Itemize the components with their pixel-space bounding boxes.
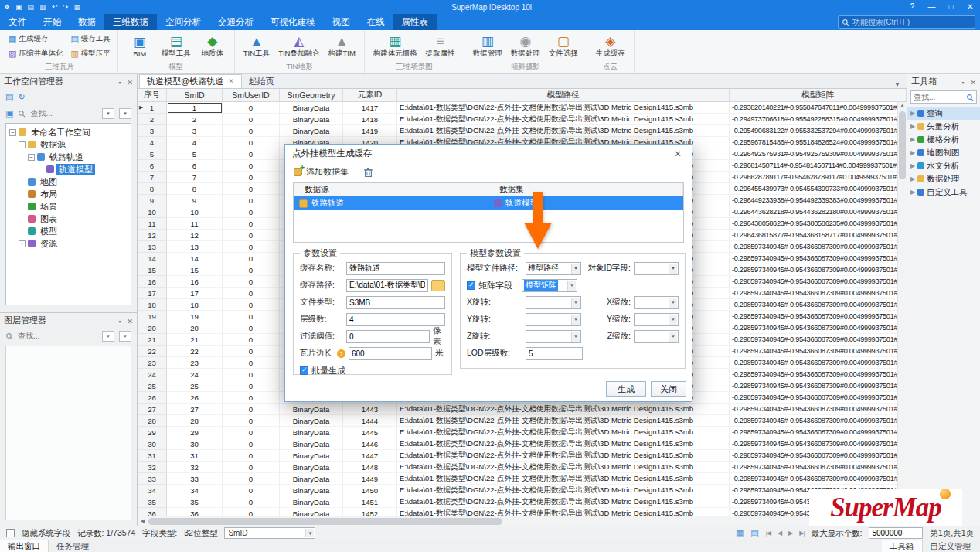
smid-cell[interactable]: 19 <box>167 311 223 322</box>
menu-tab-数据[interactable]: 数据 <box>70 14 104 30</box>
smid-cell[interactable]: 21 <box>167 334 223 346</box>
next-page-button[interactable]: ▶ <box>788 530 792 537</box>
document-tab-起始页[interactable]: 起始页 <box>242 74 281 88</box>
model-matrix-cell[interactable]: -0.298597340945#-0.954366087309#0.004999… <box>730 299 907 311</box>
smid-cell[interactable]: 25 <box>167 380 223 392</box>
row-number-cell[interactable]: 32 <box>138 462 167 473</box>
find-scope-select[interactable]: ▼ <box>102 331 114 342</box>
row-number-cell[interactable]: 16 <box>138 276 167 288</box>
model-matrix-cell[interactable]: -0.296628789117#-0.954628789117#0.004999… <box>730 172 907 183</box>
smgeometry-cell[interactable]: BinaryData <box>280 462 343 473</box>
tile-size-input[interactable] <box>349 347 432 360</box>
row-number-cell[interactable]: 30 <box>138 438 167 450</box>
table-row[interactable]: ▶110BinaryData1417E:\data\01-数据类型\DGN\22… <box>138 102 907 114</box>
element-id-cell[interactable]: 1445 <box>343 427 397 438</box>
menu-tab-视图[interactable]: 视图 <box>324 14 359 30</box>
row-number-cell[interactable]: 17 <box>138 288 167 299</box>
x-rotation-select[interactable]: ▼ <box>526 296 581 309</box>
model-path-cell[interactable]: E:\data\01-数据类型\DGN\22-点外挂-文档使用数据\导出测试\3… <box>397 102 730 114</box>
smid-cell[interactable]: 30 <box>167 438 223 450</box>
ribbon-button-构建体元栅格[interactable]: ▦构建体元栅格 <box>370 33 420 60</box>
z-rotation-select[interactable]: ▼ <box>526 330 581 343</box>
close-tab-icon[interactable]: ✕ <box>228 75 234 88</box>
ribbon-button-模型压平[interactable]: ▥模型压平 <box>69 49 111 59</box>
smid-cell[interactable]: 26 <box>167 392 223 404</box>
group-filter-icon[interactable]: ▣ <box>5 108 13 118</box>
model-matrix-cell[interactable]: -0.296455439973#-0.954554399733#0.004999… <box>730 183 907 195</box>
bottom-tab-输出窗口[interactable]: 输出窗口 <box>0 540 49 552</box>
vscroll-thumb[interactable] <box>899 111 906 179</box>
model-matrix-cell[interactable]: -0.298597340945#-0.954366087309#0.004999… <box>730 462 907 473</box>
form-view-icon[interactable]: ▤ <box>750 528 758 538</box>
close-button[interactable]: 关闭 <box>651 381 686 397</box>
element-id-cell[interactable]: 1451 <box>343 496 397 508</box>
toolbox-item-水文分析[interactable]: ▶水文分析 <box>907 159 980 172</box>
help-button[interactable]: ? <box>903 0 922 14</box>
smid-cell[interactable]: 27 <box>167 404 223 415</box>
model-matrix-cell[interactable]: -0.298597340945#-0.954366087309#0.004999… <box>730 264 907 276</box>
find-scope-select[interactable]: ▼ <box>102 108 114 119</box>
menu-tab-在线[interactable]: 在线 <box>359 14 393 30</box>
row-number-cell[interactable]: 23 <box>138 357 167 369</box>
redo-icon[interactable]: ↷ <box>63 3 69 11</box>
ribbon-button-TIN工具[interactable]: ▲TIN工具 <box>240 33 273 60</box>
smid-cell[interactable]: 31 <box>167 450 223 462</box>
pin-icon[interactable]: ▪ <box>118 79 121 87</box>
model-path-cell[interactable]: E:\data\01-数据类型\DGN\22-点外挂-文档使用数据\导出测试\3… <box>397 462 730 473</box>
ribbon-button-压缩并单体化[interactable]: ▧压缩并单体化 <box>7 49 64 59</box>
table-row[interactable]: 34340BinaryData1450E:\data\01-数据类型\DGN\2… <box>138 485 907 496</box>
smid-cell[interactable]: 22 <box>167 346 223 357</box>
smuserid-cell[interactable]: 0 <box>223 195 280 206</box>
undo-icon[interactable]: ↶ <box>52 3 58 11</box>
smid-cell[interactable]: 17 <box>167 288 223 299</box>
model-path-cell[interactable]: E:\data\01-数据类型\DGN\22-点外挂-文档使用数据\导出测试\3… <box>397 438 730 450</box>
model-matrix-cell[interactable]: -0.298597340945#-0.954366087309#0.004999… <box>730 380 907 392</box>
smuserid-cell[interactable]: 0 <box>223 125 280 137</box>
smid-cell[interactable]: 32 <box>167 462 223 473</box>
find-type-select[interactable]: ▼ <box>119 108 131 119</box>
toolbox-item-矢量分析[interactable]: ▶矢量分析 <box>907 120 980 133</box>
smgeometry-cell[interactable]: BinaryData <box>280 508 343 516</box>
element-id-cell[interactable]: 1443 <box>343 404 397 415</box>
model-matrix-cell[interactable]: -0.296438058623#-0.954380586235#0.004999… <box>730 218 907 230</box>
row-number-cell[interactable]: 12 <box>138 230 167 241</box>
toolbox-item-地图制图[interactable]: ▶地图制图 <box>907 146 980 159</box>
toolbox-item-查询[interactable]: ▶查询 <box>907 107 980 120</box>
model-matrix-cell[interactable]: -0.298597340945#-0.954366087309#0.004999… <box>730 322 907 334</box>
smid-cell[interactable]: 16 <box>167 276 223 288</box>
cache-path-input[interactable] <box>346 279 428 292</box>
element-id-cell[interactable]: 1444 <box>343 415 397 427</box>
grid-view-icon[interactable]: ▦ <box>736 528 744 538</box>
smid-cell[interactable]: 10 <box>167 206 223 218</box>
expand-icon[interactable]: + <box>19 240 26 247</box>
model-matrix-cell[interactable]: -0.298597340945#-0.954366087309#0.004999… <box>730 392 907 404</box>
model-matrix-cell[interactable]: -0.294973706618#-0.955492288315#0.004999… <box>730 114 907 125</box>
row-number-cell[interactable]: 34 <box>138 485 167 496</box>
add-dataset-button[interactable]: 添加数据集 <box>294 166 349 178</box>
smid-cell[interactable]: 14 <box>167 253 223 264</box>
workspace-find-input[interactable] <box>30 107 97 119</box>
z-scale-select[interactable]: ▼ <box>634 330 679 343</box>
function-search-input[interactable] <box>852 18 971 26</box>
smid-cell[interactable]: 28 <box>167 415 223 427</box>
smgeometry-cell[interactable]: BinaryData <box>280 404 343 415</box>
model-matrix-cell[interactable]: -0.296436815877#-0.954368158717#0.004999… <box>730 230 907 241</box>
ribbon-button-构建TIM[interactable]: ▲构建TIM <box>325 33 358 60</box>
model-matrix-cell[interactable]: -0.298597340945#-0.954366087309#0.004999… <box>730 473 907 485</box>
document-tab-轨道模型@铁路轨道[interactable]: 轨道模型@铁路轨道✕ <box>139 74 242 88</box>
model-path-cell[interactable]: E:\data\01-数据类型\DGN\22-点外挂-文档使用数据\导出测试\3… <box>397 125 730 137</box>
bottom-tab-工具箱[interactable]: 工具箱 <box>882 540 923 552</box>
toolbox-search-box[interactable] <box>910 90 977 104</box>
filter-threshold-input[interactable] <box>346 330 430 343</box>
table-row[interactable]: 35350BinaryData1451E:\data\01-数据类型\DGN\2… <box>138 496 907 508</box>
row-number-cell[interactable]: 27 <box>138 404 167 415</box>
smid-cell[interactable]: 24 <box>167 369 223 380</box>
ribbon-button-生成缓存[interactable]: ▦生成缓存 <box>7 34 64 44</box>
element-id-cell[interactable]: 1449 <box>343 473 397 485</box>
row-number-cell[interactable]: 24 <box>138 369 167 380</box>
delete-dataset-icon[interactable] <box>363 167 373 178</box>
smid-cell[interactable]: 23 <box>167 357 223 369</box>
datasource-icon[interactable]: ▥ <box>39 3 46 11</box>
smuserid-cell[interactable]: 0 <box>223 230 280 241</box>
smuserid-cell[interactable]: 0 <box>223 218 280 230</box>
